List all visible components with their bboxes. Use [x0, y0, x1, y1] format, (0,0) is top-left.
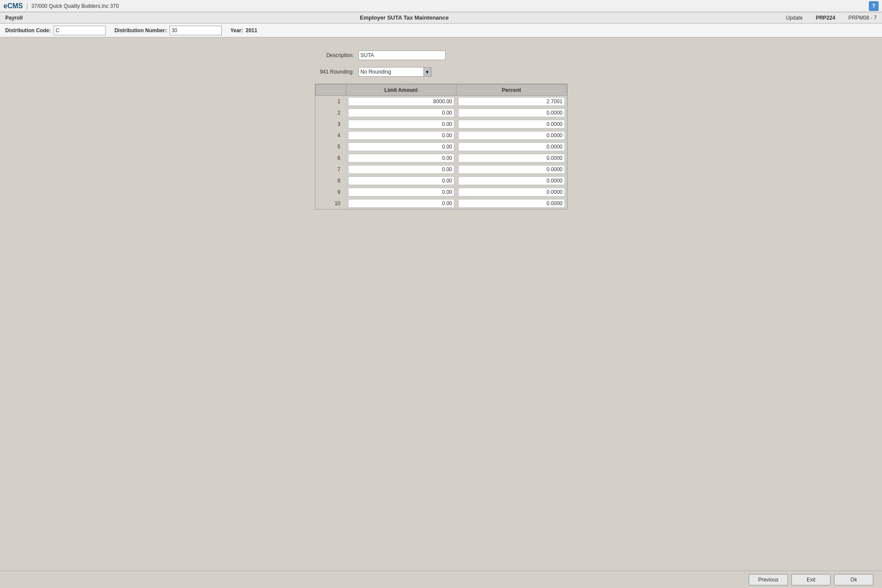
- percent-cell: [456, 186, 567, 198]
- row-number: 2: [315, 107, 346, 118]
- col-header-num: [315, 84, 346, 96]
- limit-input[interactable]: [348, 165, 455, 174]
- module-name: Payroll: [5, 15, 23, 21]
- dist-number-group: Distribution Number:: [115, 26, 222, 35]
- row-number: 10: [315, 198, 346, 209]
- percent-input[interactable]: [458, 176, 565, 185]
- row-number: 6: [315, 152, 346, 164]
- dist-number-input[interactable]: [169, 26, 222, 35]
- percent-cell: [456, 175, 567, 186]
- table-row: 5: [315, 141, 567, 152]
- percent-input[interactable]: [458, 131, 565, 140]
- year-group: Year: 2011: [230, 27, 257, 34]
- description-input[interactable]: [358, 51, 446, 60]
- limit-cell: [346, 141, 456, 152]
- rounding-label: 941 Rounding:: [315, 69, 358, 75]
- limit-input[interactable]: [348, 154, 455, 162]
- page-number: PRPM08 - 7: [848, 15, 877, 21]
- dist-code-label: Distribution Code:: [5, 27, 51, 34]
- percent-input[interactable]: [458, 108, 565, 117]
- description-row: Description:: [315, 51, 568, 60]
- limit-input[interactable]: [348, 199, 455, 208]
- percent-cell: [456, 164, 567, 175]
- title-bar: eCMS | 37/000 Quick Quality Builders,Inc…: [0, 0, 882, 12]
- limit-input[interactable]: [348, 97, 455, 106]
- ok-button[interactable]: Ok: [834, 574, 873, 585]
- table-row: 3: [315, 118, 567, 130]
- rounding-row: 941 Rounding: No Rounding Round Up Round…: [315, 67, 568, 77]
- dist-code-input[interactable]: [54, 26, 106, 35]
- table-row: 2: [315, 107, 567, 118]
- company-info: 37/000 Quick Quality Builders,Inc 370: [31, 3, 119, 9]
- update-label: Update: [786, 15, 803, 21]
- row-number: 4: [315, 130, 346, 141]
- row-number: 8: [315, 175, 346, 186]
- program-code: PRP224: [816, 15, 835, 21]
- fields-bar: Distribution Code: Distribution Number: …: [0, 24, 882, 37]
- table-row: 4: [315, 130, 567, 141]
- limit-cell: [346, 107, 456, 118]
- limit-cell: [346, 175, 456, 186]
- table-row: 1: [315, 96, 567, 107]
- percent-cell: [456, 96, 567, 107]
- bottom-bar: Previous Exit Ok: [0, 571, 882, 588]
- dist-code-group: Distribution Code:: [5, 26, 106, 35]
- row-number: 3: [315, 118, 346, 130]
- limit-cell: [346, 130, 456, 141]
- limit-cell: [346, 96, 456, 107]
- row-number: 7: [315, 164, 346, 175]
- help-button[interactable]: ?: [869, 1, 879, 11]
- tax-table: Limit Amount Percent 1 2 3: [315, 84, 567, 209]
- description-label: Description:: [315, 52, 358, 58]
- year-label: Year:: [230, 27, 243, 34]
- form-panel: Description: 941 Rounding: No Rounding R…: [311, 46, 572, 214]
- percent-input[interactable]: [458, 120, 565, 128]
- table-row: 6: [315, 152, 567, 164]
- limit-input[interactable]: [348, 176, 455, 185]
- exit-button[interactable]: Exit: [791, 574, 831, 585]
- table-row: 9: [315, 186, 567, 198]
- limit-input[interactable]: [348, 188, 455, 196]
- col-header-percent: Percent: [456, 84, 567, 96]
- module-bar: Payroll Employer SUTA Tax Maintenance Up…: [0, 12, 882, 24]
- row-number: 9: [315, 186, 346, 198]
- percent-input[interactable]: [458, 199, 565, 208]
- table-row: 10: [315, 198, 567, 209]
- year-value: 2011: [246, 27, 257, 34]
- limit-input[interactable]: [348, 108, 455, 117]
- limit-cell: [346, 118, 456, 130]
- limit-cell: [346, 152, 456, 164]
- data-table-wrapper: Limit Amount Percent 1 2 3: [315, 84, 568, 210]
- percent-input[interactable]: [458, 142, 565, 151]
- dist-number-label: Distribution Number:: [115, 27, 167, 34]
- previous-button[interactable]: Previous: [749, 574, 788, 585]
- percent-cell: [456, 198, 567, 209]
- percent-cell: [456, 130, 567, 141]
- limit-input[interactable]: [348, 142, 455, 151]
- percent-cell: [456, 152, 567, 164]
- table-row: 7: [315, 164, 567, 175]
- percent-input[interactable]: [458, 188, 565, 196]
- row-number: 1: [315, 96, 346, 107]
- rounding-select[interactable]: No Rounding Round Up Round Down: [358, 67, 424, 77]
- percent-cell: [456, 141, 567, 152]
- dropdown-arrow-icon[interactable]: ▼: [424, 67, 432, 77]
- title-divider: |: [26, 3, 28, 10]
- percent-cell: [456, 107, 567, 118]
- brand-logo: eCMS: [3, 2, 23, 10]
- rounding-select-wrapper: No Rounding Round Up Round Down ▼: [358, 67, 432, 77]
- limit-cell: [346, 164, 456, 175]
- page-title: Employer SUTA Tax Maintenance: [23, 14, 786, 21]
- limit-input[interactable]: [348, 131, 455, 140]
- main-content: Description: 941 Rounding: No Rounding R…: [0, 37, 882, 223]
- col-header-limit: Limit Amount: [346, 84, 456, 96]
- row-number: 5: [315, 141, 346, 152]
- percent-input[interactable]: [458, 165, 565, 174]
- limit-cell: [346, 186, 456, 198]
- limit-input[interactable]: [348, 120, 455, 128]
- percent-cell: [456, 118, 567, 130]
- percent-input[interactable]: [458, 154, 565, 162]
- table-row: 8: [315, 175, 567, 186]
- limit-cell: [346, 198, 456, 209]
- percent-input[interactable]: [458, 97, 565, 106]
